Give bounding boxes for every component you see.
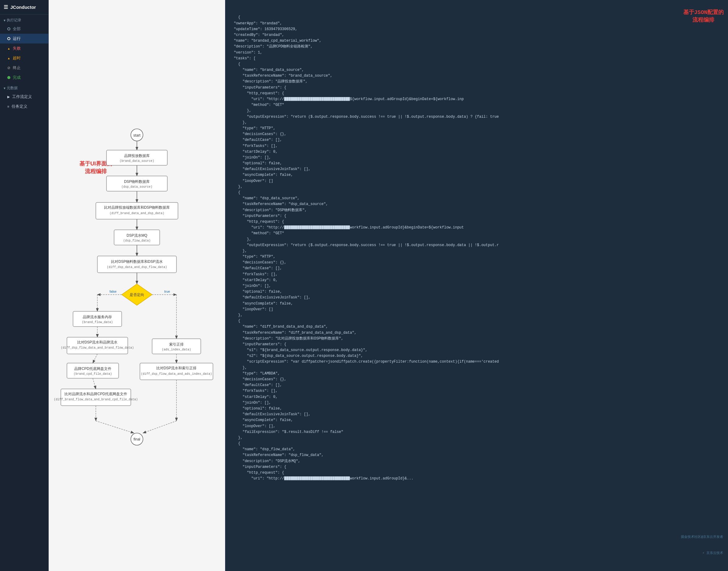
diff-brand-dsp-label: 比对品牌投放端数据库和DSP物料数据库	[104, 205, 170, 210]
diff-dsp-flow-label: 比对DSP物料数据库和DSP流水	[111, 259, 162, 264]
sidebar-section-metadata[interactable]: ▾ 元数据	[0, 83, 48, 92]
diff-dsp-flow-sub: (diff_dsp_data_and_dsp_flow_data)	[107, 265, 167, 269]
watermark-line2: ⚡ 京东云技术	[681, 551, 723, 556]
brand-data-source-sub: (brand_data_source)	[120, 159, 154, 163]
sidebar-header: ☰ JConductor	[0, 0, 48, 15]
sidebar-item-all[interactable]: 全部	[0, 24, 48, 34]
watermark: 掘金技术社区@京东云开发者 ⚡ 京东云技术	[681, 524, 723, 567]
dsp-data-source-sub: (dsp_data_source)	[121, 185, 152, 189]
chevron-icon: ▾	[4, 18, 5, 22]
dsp-data-source-label: DSP物料数据库	[124, 180, 150, 184]
diff-dsp-brand-sub: (diff_dsp_flow_data_and_brand_flow_data)	[61, 346, 134, 350]
app-title: JConductor	[10, 5, 36, 10]
timeout-triangle-icon: ▲	[7, 56, 10, 60]
sidebar-item-workflow[interactable]: ▶ 工作流定义	[0, 92, 48, 102]
brand-cpd-label: 品牌CPD托底网盘文件	[74, 367, 111, 371]
node-brand-cpd-file[interactable]	[67, 363, 119, 378]
task-icon: ≡	[7, 105, 9, 108]
sidebar-item-done[interactable]: 完成	[0, 73, 48, 83]
chevron-icon-meta: ▾	[4, 86, 5, 90]
stop-ban-icon: ⊘	[7, 66, 10, 70]
json-display-area: 基于JSON配置的流程编排 { "ownerApp": "brandad", "…	[225, 0, 728, 571]
done-dot-icon	[7, 76, 10, 79]
node-brand-flow[interactable]	[73, 312, 122, 327]
sidebar-item-stop[interactable]: ⊘ 终止	[0, 63, 48, 73]
sidebar-section-execution[interactable]: ▾ 执行记录	[0, 15, 48, 24]
flow-diagram-area: 基于UI界面的 流程编排 start 品牌投放数据库 (brand_data_s…	[49, 0, 225, 571]
diff-dsp-ads-sub: (diff_dsp_flow_data_and_ads_index_data)	[141, 372, 212, 376]
diff-brand-dsp-sub: (diff_brand_data_and_dsp_data)	[110, 212, 164, 215]
all-dot-icon	[7, 27, 10, 30]
node-dsp-flow[interactable]	[114, 230, 160, 245]
brand-data-source-label: 品牌投放数据库	[124, 154, 150, 158]
arrow-diff-brand-cpd	[93, 354, 97, 363]
arrow-brand-cpd-difff	[93, 378, 96, 389]
main-content: 基于UI界面的 流程编排 start 品牌投放数据库 (brand_data_s…	[49, 0, 728, 571]
watermark-line1: 掘金技术社区@京东云开发者	[681, 535, 723, 540]
diff-brand-cpd-label: 比对品牌流水和品牌CPD托底网盘文件	[65, 392, 127, 396]
sidebar-item-task[interactable]: ≡ 任务定义	[0, 102, 48, 111]
decision-label: 是否定向	[130, 293, 144, 297]
arrow-right-final	[143, 421, 176, 433]
run-dot-icon	[7, 37, 10, 40]
brand-flow-label: 品牌流水服务内存	[83, 315, 112, 319]
label-false: false	[110, 290, 117, 293]
arrow-left-final	[96, 421, 134, 433]
flow-svg: 基于UI界面的 流程编排 start 品牌投放数据库 (brand_data_s…	[49, 0, 225, 571]
start-label: start	[133, 133, 140, 137]
workflow-icon: ▶	[7, 95, 10, 99]
brand-cpd-sub: (brand_cpd_file_data)	[74, 372, 112, 376]
ads-index-label: 索引正排	[169, 342, 184, 346]
annotation-json: 基于JSON配置的流程编排	[683, 9, 724, 24]
sidebar-item-fail[interactable]: ▲ 失败	[0, 43, 48, 53]
menu-icon[interactable]: ☰	[4, 4, 8, 10]
final-label: final	[134, 437, 140, 441]
json-content: { "ownerApp": "brandad", "updateTime": 1…	[229, 15, 499, 481]
node-brand-data-source[interactable]	[107, 150, 167, 165]
ads-index-sub: (ads_index_data)	[162, 348, 191, 351]
diff-dsp-brand-label: 比对DSP流水和品牌流水	[77, 340, 118, 344]
diff-dsp-ads-label: 比对DSP流水和索引正排	[156, 366, 197, 370]
sidebar-item-run[interactable]: 运行	[0, 34, 48, 43]
dsp-flow-sub: (dsp_flow_data)	[123, 239, 151, 242]
diff-brand-cpd-sub: (diff_brand_flow_data_and_brand_cpd_file…	[54, 398, 138, 401]
label-true: true	[164, 290, 170, 293]
sidebar: ☰ JConductor ▾ 执行记录 全部 运行 ▲ 失败 ▲ 超时 ⊘ 终止…	[0, 0, 49, 571]
node-diff-dsp-flow[interactable]	[97, 256, 176, 273]
node-dsp-data-source[interactable]	[107, 176, 167, 191]
annotation-ui-line2: 流程编排	[85, 168, 107, 174]
fail-triangle-icon: ▲	[7, 47, 10, 50]
sidebar-item-timeout[interactable]: ▲ 超时	[0, 53, 48, 63]
node-ads-index[interactable]	[152, 339, 201, 354]
brand-flow-sub: (brand_flow_data)	[82, 321, 113, 324]
dsp-flow-label: DSP流水MQ	[127, 233, 147, 238]
